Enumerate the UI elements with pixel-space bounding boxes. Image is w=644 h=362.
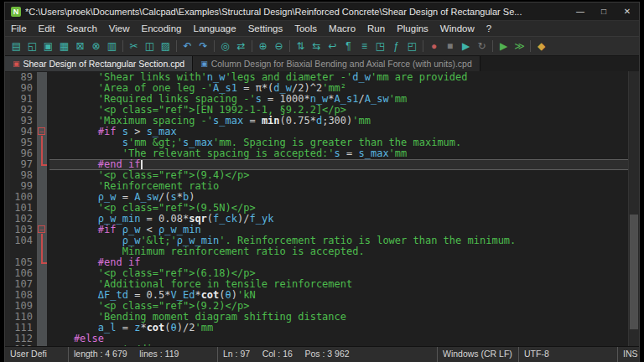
menu-item-file[interactable]: File	[5, 21, 33, 36]
menu-item-window[interactable]: Window	[434, 21, 480, 36]
fold-margin	[37, 235, 47, 246]
status-doc-type[interactable]: User Defi	[5, 347, 68, 362]
code-line[interactable]: 96'The relevant spacing is accepted:'s =…	[5, 148, 629, 159]
minimize-button[interactable]: —	[569, 3, 592, 20]
toolbar-separator	[176, 40, 177, 52]
toolbar-separator	[289, 40, 290, 52]
zoom-in-icon[interactable]: ⊕	[255, 37, 271, 55]
replace-icon[interactable]: ⇄	[233, 37, 249, 55]
open-file-icon[interactable]: ◱	[24, 37, 40, 55]
stop-recording-icon[interactable]: ■	[442, 37, 458, 55]
sync-horizontal-icon[interactable]: ⇆	[309, 37, 325, 55]
status-insert-mode[interactable]: INS	[617, 347, 644, 362]
code-line[interactable]: 106'<p class="ref">(6.18)</p>	[5, 268, 629, 279]
plugin-icon[interactable]: ◆	[533, 37, 549, 55]
print-icon[interactable]: ▥	[104, 37, 120, 55]
code-line[interactable]: 94#if s > s_max	[5, 127, 629, 137]
code-line[interactable]: 101'<p class="ref">(9.5N)</p>	[5, 203, 629, 214]
code-line[interactable]: 102ρ_w_min = 0.08*sqr(f_ck)/f_yk	[5, 214, 629, 225]
word-wrap-icon[interactable]: ↩	[325, 37, 340, 55]
menu-item-help[interactable]: ?	[480, 21, 497, 36]
close-button[interactable]: ✕	[615, 3, 639, 20]
status-encoding[interactable]: UTF-8	[518, 347, 617, 362]
menu-item-plugins[interactable]: Plugins	[391, 21, 434, 36]
title-bar[interactable]: N *C:\Users\proek\Documents\Calcpad\Exam…	[5, 3, 639, 20]
sync-vertical-icon[interactable]: ⇅	[293, 37, 309, 55]
menu-item-macro[interactable]: Macro	[323, 21, 361, 36]
vertical-scrollbar[interactable]	[628, 71, 639, 346]
document-map-icon[interactable]: ◳	[372, 37, 388, 55]
status-doc-stats[interactable]: length : 4 679 lines : 119	[68, 347, 217, 362]
code-text: ρ_w = A_sw/(s*b)	[49, 192, 629, 203]
fold-margin	[37, 323, 47, 334]
fold-margin	[37, 105, 47, 116]
save-file-icon[interactable]: ▣	[40, 37, 56, 55]
run-icon[interactable]: ▶	[496, 37, 512, 55]
menu-item-language[interactable]: Language	[187, 21, 242, 36]
code-line[interactable]: 113'</div>	[5, 344, 629, 346]
saved-file-icon: ▣	[200, 56, 208, 71]
code-line[interactable]: 112#else	[5, 334, 629, 344]
menu-item-settings[interactable]: Settings	[242, 21, 289, 36]
fold-collapse-icon[interactable]	[37, 225, 47, 235]
code-line[interactable]: 100ρ_w = A_sw/(s*b)	[5, 192, 629, 203]
close-all-icon[interactable]: ⊗	[88, 37, 104, 55]
code-line[interactable]: 105#end if	[5, 257, 629, 268]
code-line[interactable]: 90'Area of one leg -'A_s1 = π*(d_w/2)^2'…	[5, 83, 629, 94]
undo-icon[interactable]: ↶	[179, 37, 195, 55]
code-text: '<p class="ref">[EN 1992-1-1, §9.2.2]</p…	[49, 105, 629, 116]
save-all-icon[interactable]: ▦	[56, 37, 72, 55]
menu-item-edit[interactable]: Edit	[33, 21, 61, 36]
code-line[interactable]: 107'Additional force in tensile reinforc…	[5, 279, 629, 290]
code-line[interactable]: 92'<p class="ref">[EN 1992-1-1, §9.2.2]<…	[5, 105, 629, 116]
zoom-out-icon[interactable]: ⊖	[271, 37, 287, 55]
editor[interactable]: 89'Shear links with'n_w'legs and diamete…	[5, 71, 639, 346]
redo-icon[interactable]: ↷	[195, 37, 211, 55]
status-eol-format[interactable]: Windows (CR LF)	[437, 347, 518, 362]
close-file-icon[interactable]: ⊠	[72, 37, 88, 55]
tab-1[interactable]: ▣Shear Design of Rectangular Section.cpd	[5, 56, 193, 71]
maximize-button[interactable]: □	[592, 3, 615, 20]
code-line[interactable]: 109'<p class="ref">(9.2)</p>	[5, 301, 629, 312]
code-line[interactable]: 98'<p class="ref">(9.4)</p>	[5, 170, 629, 181]
folder-as-workspace-icon[interactable]: ◰	[404, 37, 420, 55]
cut-icon[interactable]: ✂	[126, 37, 142, 55]
menu-item-tools[interactable]: Tools	[288, 21, 323, 36]
menu-item-search[interactable]: Search	[60, 21, 102, 36]
code-line[interactable]: 108ΔF_td = 0.5*V_Ed*cot(θ)'kN	[5, 290, 629, 301]
paste-icon[interactable]: ▨	[158, 37, 174, 55]
code-line[interactable]: 89'Shear links with'n_w'legs and diamete…	[5, 72, 629, 83]
record-macro-icon[interactable]: ●	[426, 37, 442, 55]
code-line[interactable]: 95s'mm &gt;'s_max'mm. Spacing is greater…	[5, 137, 629, 148]
code-line[interactable]: 104ρ_w'&lt;'ρ_w_min'. Reinforcement rati…	[5, 235, 629, 246]
fold-collapse-icon[interactable]	[37, 127, 47, 137]
find-icon[interactable]: ◎	[217, 37, 233, 55]
new-file-icon[interactable]: ▤	[8, 37, 24, 55]
code-line[interactable]: 103#if ρ_w < ρ_w_min	[5, 225, 629, 235]
copy-icon[interactable]: ◫	[142, 37, 158, 55]
code-line[interactable]: 93'Maximum spacing -'s_max = min(0.75*d;…	[5, 116, 629, 127]
code-line[interactable]: 99'Reinforcement ratio	[5, 181, 629, 192]
menu-item-view[interactable]: View	[103, 21, 136, 36]
tab-2[interactable]: ▣Column Design for Biaxial Bending and A…	[193, 56, 480, 71]
menu-item-run[interactable]: Run	[361, 21, 391, 36]
play-macro-icon[interactable]: ▶	[458, 37, 474, 55]
code-line[interactable]: Minimum reinforcement ratio is accepted.	[5, 246, 629, 257]
code-line[interactable]: 91'Required links spacing -'s = 1000*n_w…	[5, 94, 629, 105]
code-text: '<p class="ref">(9.4)</p>	[49, 170, 629, 181]
text-caret	[141, 160, 143, 169]
code-area[interactable]: 89'Shear links with'n_w'legs and diamete…	[5, 72, 629, 346]
code-text: s'mm &gt;'s_max'mm. Spacing is greater t…	[49, 137, 629, 148]
status-cursor-position[interactable]: Ln : 97 Col : 16 Pos : 3 962	[217, 347, 437, 362]
scrollbar-thumb[interactable]	[630, 215, 638, 330]
run-fast-icon[interactable]: ≫	[512, 37, 527, 55]
code-text: 'Reinforcement ratio	[49, 181, 629, 192]
code-line[interactable]: 111a_l = z*cot(θ)/2'mm	[5, 323, 629, 334]
menu-item-encoding[interactable]: Encoding	[136, 21, 188, 36]
indent-guide-icon[interactable]: ≡	[356, 37, 372, 55]
run-macro-multiple-icon[interactable]: ↻	[474, 37, 490, 55]
code-line[interactable]: 97#end if	[5, 159, 629, 170]
show-all-characters-icon[interactable]: ¶	[340, 37, 356, 55]
code-line[interactable]: 110'Bending moment diagram shifting dist…	[5, 312, 629, 323]
function-list-icon[interactable]: ƒ	[388, 37, 404, 55]
